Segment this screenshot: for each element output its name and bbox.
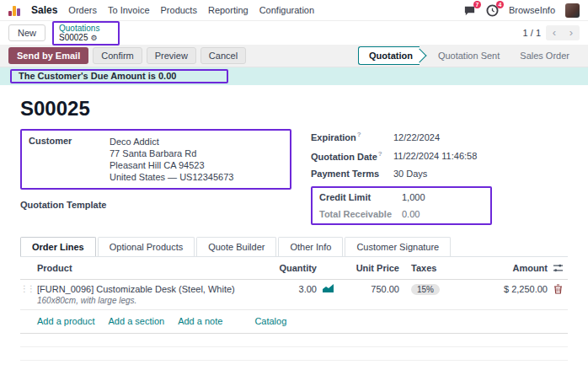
credit-limit-label: Credit Limit <box>319 192 402 202</box>
quotation-form: S00025 Customer Deco Addict 77 Santa Bar… <box>0 85 588 370</box>
nav-item-orders[interactable]: Orders <box>68 5 97 15</box>
breadcrumb-quotations-link[interactable]: Quotations <box>59 24 99 33</box>
delete-row-icon[interactable] <box>548 284 568 296</box>
customer-country: United States — US12345673 <box>110 171 233 183</box>
app-name[interactable]: Sales <box>31 4 57 16</box>
new-button[interactable]: New <box>8 24 45 41</box>
credit-field-group: Credit Limit 1,000 Total Receivable 0.00 <box>311 186 492 225</box>
pager-count: 1 / 1 <box>523 28 541 38</box>
product-description[interactable]: 160x80cm, with large legs. <box>37 296 266 305</box>
customer-value[interactable]: Deco Addict 77 Santa Barbara Rd Pleasant… <box>110 136 233 183</box>
customer-city: Pleasant Hill CA 94523 <box>110 159 233 171</box>
col-unit-price[interactable]: Unit Price <box>339 263 399 273</box>
col-product[interactable]: Product <box>37 263 266 273</box>
tab-quote-builder[interactable]: Quote Builder <box>196 237 276 256</box>
quotation-date-label: Quotation Date? <box>311 150 393 162</box>
customer-field-group: Customer Deco Addict 77 Santa Barbara Rd… <box>20 129 291 190</box>
user-avatar[interactable] <box>565 3 580 18</box>
due-amount-alert: The Customer's Due Amount is 0.00 <box>0 67 588 85</box>
customer-name[interactable]: Deco Addict <box>110 136 233 147</box>
expiration-value[interactable]: 12/22/2024 <box>393 132 440 142</box>
top-navbar: Sales Orders To Invoice Products Reporti… <box>0 0 588 21</box>
pager-next-icon[interactable]: › <box>563 25 580 40</box>
forecast-icon[interactable] <box>317 284 339 295</box>
stage-quotation-sent[interactable]: Quotation Sent <box>428 47 510 64</box>
preview-button[interactable]: Preview <box>147 47 196 64</box>
product-name[interactable]: [FURN_0096] Customizable Desk (Steel, Wh… <box>37 284 266 294</box>
send-by-email-button[interactable]: Send by Email <box>8 47 88 64</box>
quotation-template-label: Quotation Template <box>20 200 311 210</box>
col-quantity[interactable]: Quantity <box>266 263 317 273</box>
due-amount-alert-text: The Customer's Due Amount is 0.00 <box>10 69 228 83</box>
stage-quotation[interactable]: Quotation <box>358 46 420 65</box>
add-section-link[interactable]: Add a section <box>109 316 165 326</box>
tab-optional-products[interactable]: Optional Products <box>98 237 195 256</box>
catalog-link[interactable]: Catalog <box>254 316 286 326</box>
user-menu[interactable]: BrowseInfo <box>509 5 555 15</box>
cancel-button[interactable]: Cancel <box>200 47 246 64</box>
pager-prev-icon[interactable]: ‹ <box>546 25 563 40</box>
breadcrumb: Quotations S00025 ⚙ <box>52 21 120 46</box>
empty-row <box>20 334 568 347</box>
total-receivable-value: 0.00 <box>402 209 420 219</box>
payment-terms-label: Payment Terms <box>311 169 393 179</box>
nav-item-configuration[interactable]: Configuration <box>259 5 314 15</box>
tab-order-lines[interactable]: Order Lines <box>20 237 96 256</box>
order-lines-table: Product Quantity Unit Price Taxes Amount… <box>20 257 568 361</box>
action-bar: Send by Email Confirm Preview Cancel Quo… <box>0 45 588 67</box>
tax-badge[interactable]: 15% <box>411 284 440 295</box>
total-receivable-label: Total Receivable <box>319 209 402 219</box>
messages-badge: 7 <box>473 1 481 8</box>
quotation-date-value[interactable]: 11/22/2024 11:46:58 <box>393 151 477 161</box>
confirm-button[interactable]: Confirm <box>93 47 142 64</box>
table-action-links: Add a product Add a section Add a note C… <box>20 310 568 334</box>
breadcrumb-current: S00025 <box>59 33 88 42</box>
empty-row <box>20 347 568 361</box>
amount-cell: $ 2,250.00 <box>463 284 548 294</box>
help-icon: ? <box>357 131 361 138</box>
credit-limit-value[interactable]: 1,000 <box>402 192 425 202</box>
nav-item-reporting[interactable]: Reporting <box>208 5 249 15</box>
customer-street: 77 Santa Barbara Rd <box>110 147 233 159</box>
unit-price-cell[interactable]: 750.00 <box>339 284 399 294</box>
customer-label: Customer <box>29 136 110 183</box>
gear-icon[interactable]: ⚙ <box>91 34 98 42</box>
sales-app-icon[interactable] <box>8 5 20 16</box>
table-row[interactable]: ⋮⋮ [FURN_0096] Customizable Desk (Steel,… <box>20 280 568 310</box>
nav-item-products[interactable]: Products <box>161 5 197 15</box>
add-product-link[interactable]: Add a product <box>37 316 95 326</box>
table-header: Product Quantity Unit Price Taxes Amount <box>20 257 568 280</box>
activities-clock-icon[interactable]: 4 <box>486 4 499 17</box>
stage-sales-order[interactable]: Sales Order <box>510 47 580 64</box>
nav-item-to-invoice[interactable]: To Invoice <box>108 5 150 15</box>
messages-icon[interactable]: 7 <box>463 4 476 17</box>
statusbar: Quotation Quotation Sent Sales Order <box>358 46 580 65</box>
quantity-cell[interactable]: 3.00 <box>266 284 317 294</box>
notebook-tabs: Order Lines Optional Products Quote Buil… <box>20 237 568 257</box>
optional-columns-icon[interactable] <box>548 263 568 275</box>
payment-terms-value[interactable]: 30 Days <box>393 169 427 179</box>
activities-badge: 4 <box>496 1 504 8</box>
col-amount[interactable]: Amount <box>463 263 548 273</box>
drag-handle-icon[interactable]: ⋮⋮ <box>20 284 37 293</box>
help-icon: ? <box>378 150 382 158</box>
col-taxes[interactable]: Taxes <box>399 263 463 273</box>
add-note-link[interactable]: Add a note <box>178 316 222 326</box>
tab-other-info[interactable]: Other Info <box>278 237 343 256</box>
expiration-label: Expiration? <box>311 131 393 142</box>
control-panel: New Quotations S00025 ⚙ 1 / 1 ‹ › <box>0 21 588 45</box>
record-title: S00025 <box>20 97 568 121</box>
tab-customer-signature[interactable]: Customer Signature <box>345 237 451 256</box>
